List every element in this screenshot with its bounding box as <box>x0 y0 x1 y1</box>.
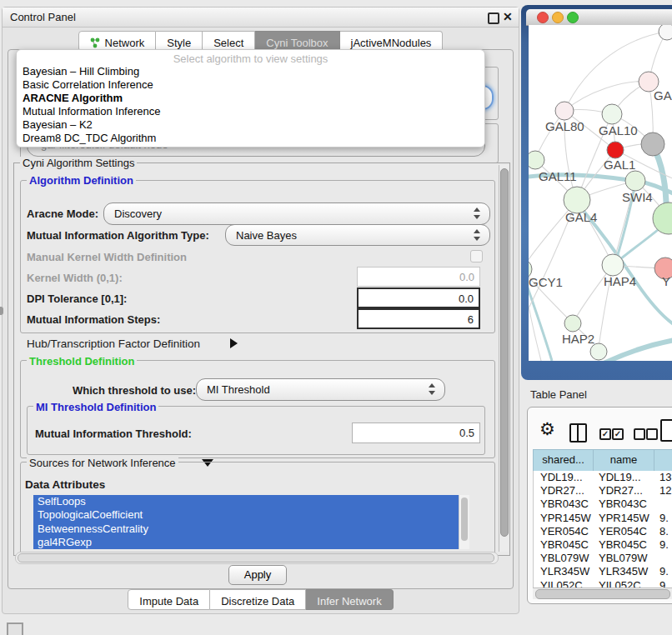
tab-discretize-data[interactable]: Discretize Data <box>210 589 306 610</box>
table-row[interactable]: YDL19...YDL19...13 <box>534 471 672 484</box>
hub-expander-label[interactable]: Hub/Transcription Factor Definition <box>27 338 200 350</box>
manual-kernel-checkbox[interactable] <box>470 250 483 262</box>
table-row[interactable]: YBL079WYBL079W <box>534 552 672 565</box>
cyni-toolbox-panel: gal-filtered.sif default node Select alg… <box>8 49 514 589</box>
table-header-row: shared... name <box>533 449 672 472</box>
mi-threshold-field[interactable]: 0.5 <box>352 422 480 443</box>
new-table-icon[interactable] <box>660 419 672 442</box>
settings-group-title: Cyni Algorithm Settings <box>20 157 137 169</box>
apply-button[interactable]: Apply <box>228 565 287 585</box>
mi-type-combo[interactable]: Naive Bayes <box>225 224 490 246</box>
kernel-width-field[interactable]: 0.0 <box>357 267 480 287</box>
algorithm-option-selected[interactable]: ARACNE Algorithm <box>17 92 484 105</box>
node-label: GAL10 <box>599 123 638 138</box>
algorithm-option[interactable]: Bayesian – Hill Climbing <box>17 65 484 78</box>
select-all-checkbox-icon[interactable]: ✓ <box>599 428 611 440</box>
node-label: SWI4 <box>622 190 653 204</box>
node-label: GAL <box>654 88 672 102</box>
network-node-hap4[interactable] <box>602 254 624 276</box>
network-node-gal10[interactable] <box>602 104 622 124</box>
network-node-gal11[interactable] <box>529 151 544 169</box>
attr-item-selected[interactable]: gal4RGexp <box>33 536 469 549</box>
which-threshold-label: Which threshold to use: <box>73 384 196 397</box>
table-body: YDL19...YDL19...13 YDR27...YDR27...12 YB… <box>533 471 672 588</box>
attr-list-scrollbar[interactable] <box>459 495 469 549</box>
network-node-hap2[interactable] <box>564 315 581 332</box>
settings-horizontal-scrollbar-thumb[interactable] <box>18 553 494 562</box>
network-node-swi4[interactable] <box>625 171 645 191</box>
attr-item-selected[interactable]: BetweennessCentrality <box>33 522 469 536</box>
collapsed-panel-icon[interactable] <box>7 622 23 635</box>
control-panel-window: Control Panel ✕ Network Style Select Cyn… <box>2 7 519 614</box>
split-columns-icon[interactable] <box>569 423 587 442</box>
table-row[interactable]: YIL052CYIL052C9 <box>534 579 672 588</box>
tab-infer-network[interactable]: Infer Network <box>306 589 393 610</box>
close-traffic-light-icon[interactable] <box>537 12 549 23</box>
select-all-checkbox-icon[interactable]: ✓ <box>612 428 624 440</box>
mi-type-label: Mutual Information Algorithm Type: <box>27 229 209 242</box>
algorithm-option[interactable]: Dream8 DC_TDC Algorithm <box>17 132 484 145</box>
network-node[interactable] <box>659 25 672 40</box>
algorithm-popup-placeholder: Select algorithm to view settings <box>17 50 484 65</box>
threshold-definition-title: Threshold Definition <box>27 355 137 368</box>
algorithm-definition-title: Algorithm Definition <box>27 174 136 187</box>
network-canvas[interactable]: GAL80 GAL10 GAL1 GAL11 SWI4 GAL4 HAP4 HA… <box>529 25 672 361</box>
tab-impute-data[interactable]: Impute Data <box>128 589 210 610</box>
network-node-gal80[interactable] <box>555 102 574 120</box>
table-row[interactable]: YER054CYER054C8. <box>534 525 672 538</box>
mi-steps-label: Mutual Information Steps: <box>27 313 160 326</box>
table-horizontal-scrollbar-thumb[interactable] <box>535 589 670 599</box>
network-node-gray[interactable] <box>641 132 664 156</box>
table-row[interactable]: YLR345WYLR345W9. <box>534 565 672 578</box>
network-window-titlebar[interactable] <box>526 9 672 26</box>
network-graph: GAL80 GAL10 GAL1 GAL11 SWI4 GAL4 HAP4 HA… <box>529 25 672 361</box>
gear-icon[interactable]: ⚙ <box>539 420 555 438</box>
node-label: Y <box>662 274 670 288</box>
manual-kernel-label: Manual Kernel Width Definition <box>27 251 187 263</box>
network-node[interactable] <box>590 343 607 360</box>
network-node-labels: GAL80 GAL10 GAL1 GAL11 SWI4 GAL4 HAP4 HA… <box>529 88 672 346</box>
table-row[interactable]: YBR045CYBR045C9. <box>534 538 672 552</box>
attr-item-selected[interactable]: TopologicalCoefficient <box>33 508 469 522</box>
node-label: GAL80 <box>545 119 584 133</box>
network-node-green-large[interactable] <box>653 202 672 234</box>
attr-list-scrollbar-thumb[interactable] <box>461 498 468 541</box>
table-row[interactable]: YPR145WYPR145W9. <box>534 512 672 525</box>
settings-vertical-scrollbar-thumb[interactable] <box>500 168 509 537</box>
column-header-name[interactable]: name <box>594 450 654 472</box>
hub-expander-collapsed-icon[interactable] <box>230 338 238 348</box>
combo-arrows-icon <box>429 383 436 395</box>
data-attributes-label: Data Attributes <box>25 478 105 491</box>
algorithm-option[interactable]: Basic Correlation Inference <box>17 78 484 92</box>
network-node-gal1[interactable] <box>607 142 624 158</box>
algorithm-dropdown-popup: Select algorithm to view settings Bayesi… <box>16 49 485 148</box>
node-label: GAL11 <box>539 169 577 183</box>
algorithm-option[interactable]: Mutual Information Inference <box>17 105 484 118</box>
deselect-all-checkbox-icon[interactable] <box>646 428 658 440</box>
table-panel-title: Table Panel <box>530 388 587 401</box>
close-window-icon[interactable]: ✕ <box>503 10 513 23</box>
node-label: HAP4 <box>604 274 636 288</box>
aracne-mode-label: Aracne Mode: <box>27 208 98 220</box>
mi-threshold-label: Mutual Information Threshold: <box>35 428 192 440</box>
deselect-all-checkbox-icon[interactable] <box>634 428 645 440</box>
column-header-shared[interactable]: shared... <box>534 450 594 472</box>
zoom-traffic-light-icon[interactable] <box>567 12 579 23</box>
minimize-traffic-light-icon[interactable] <box>552 12 564 23</box>
mi-steps-field[interactable]: 6 <box>357 308 480 329</box>
node-label: HAP2 <box>562 332 594 346</box>
data-attributes-list[interactable]: SelfLoops TopologicalCoefficient Between… <box>33 495 469 549</box>
settings-vertical-scrollbar[interactable] <box>499 165 509 552</box>
which-threshold-combo[interactable]: MI Threshold <box>196 378 445 401</box>
dpi-tolerance-field[interactable]: 0.0 <box>357 288 480 308</box>
panel-divider-handle[interactable] <box>0 307 3 315</box>
aracne-mode-combo[interactable]: Discovery <box>103 202 490 225</box>
table-row[interactable]: YBR043CYBR043C <box>534 498 672 511</box>
attr-item-selected[interactable]: SelfLoops <box>33 495 469 508</box>
table-row[interactable]: YDR27...YDR27...12 <box>534 484 672 498</box>
column-header-third[interactable] <box>654 450 672 472</box>
table-horizontal-scrollbar[interactable] <box>533 588 672 599</box>
algorithm-option[interactable]: Bayesian – K2 <box>17 118 484 132</box>
settings-horizontal-scrollbar[interactable] <box>15 552 499 564</box>
float-window-icon[interactable] <box>488 12 499 24</box>
